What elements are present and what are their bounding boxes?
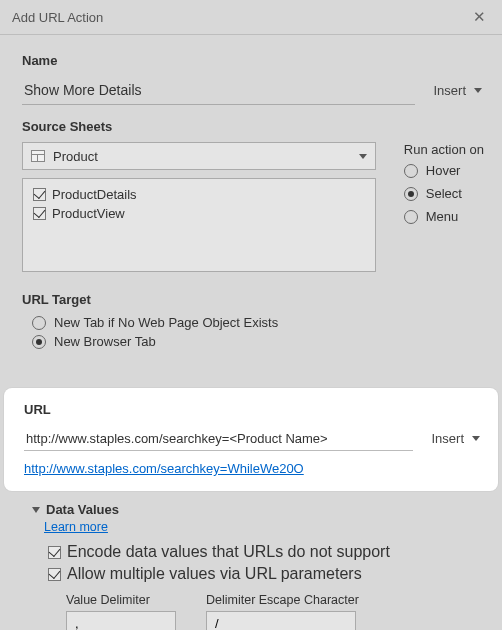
url-target-label: URL Target bbox=[22, 292, 484, 307]
checkbox-label: Allow multiple values via URL parameters bbox=[67, 565, 362, 583]
url-preview-link[interactable]: http://www.staples.com/searchkey=WhileWe… bbox=[24, 461, 304, 476]
caret-down-icon bbox=[359, 154, 367, 159]
sheet-checkbox-productview[interactable]: ProductView bbox=[33, 206, 365, 221]
insert-label: Insert bbox=[431, 431, 464, 446]
name-input[interactable] bbox=[22, 76, 415, 105]
escape-char-input[interactable] bbox=[206, 611, 356, 630]
sheet-label: ProductView bbox=[52, 206, 125, 221]
data-values-toggle[interactable]: Data Values bbox=[44, 502, 484, 517]
data-values-label: Data Values bbox=[46, 502, 119, 517]
allow-multiple-checkbox[interactable]: Allow multiple values via URL parameters bbox=[48, 565, 484, 583]
runaction-label: Run action on bbox=[404, 142, 484, 157]
sheet-checkbox-productdetails[interactable]: ProductDetails bbox=[33, 187, 365, 202]
target-new-browser-tab[interactable]: New Browser Tab bbox=[32, 334, 484, 349]
sheet-label: ProductDetails bbox=[52, 187, 137, 202]
name-label: Name bbox=[22, 53, 484, 68]
caret-down-icon bbox=[472, 436, 480, 441]
url-label: URL bbox=[24, 402, 482, 417]
value-delimiter-label: Value Delimiter bbox=[66, 593, 176, 607]
radio-label: New Tab if No Web Page Object Exists bbox=[54, 315, 278, 330]
source-dashboard-dropdown[interactable]: Product bbox=[22, 142, 376, 170]
checkbox-icon bbox=[33, 188, 46, 201]
radio-icon bbox=[404, 187, 418, 201]
dialog-title: Add URL Action bbox=[12, 10, 103, 25]
caret-down-icon bbox=[474, 88, 482, 93]
radio-icon bbox=[32, 316, 46, 330]
escape-char-label: Delimiter Escape Character bbox=[206, 593, 359, 607]
radio-icon bbox=[404, 164, 418, 178]
source-sheets-label: Source Sheets bbox=[22, 119, 484, 134]
target-newtab-if-none[interactable]: New Tab if No Web Page Object Exists bbox=[32, 315, 484, 330]
chevron-down-icon bbox=[32, 507, 40, 513]
dashboard-icon bbox=[31, 150, 45, 162]
radio-label: Select bbox=[426, 186, 462, 201]
checkbox-icon bbox=[33, 207, 46, 220]
checkbox-icon bbox=[48, 568, 61, 581]
name-insert-button[interactable]: Insert bbox=[433, 83, 484, 98]
url-input[interactable] bbox=[24, 425, 413, 451]
learn-more-link[interactable]: Learn more bbox=[44, 520, 108, 534]
radio-icon bbox=[32, 335, 46, 349]
radio-label: New Browser Tab bbox=[54, 334, 156, 349]
value-delimiter-input[interactable] bbox=[66, 611, 176, 630]
insert-label: Insert bbox=[433, 83, 466, 98]
runaction-select[interactable]: Select bbox=[404, 186, 484, 201]
url-insert-button[interactable]: Insert bbox=[431, 431, 482, 446]
runaction-menu[interactable]: Menu bbox=[404, 209, 484, 224]
radio-label: Menu bbox=[426, 209, 459, 224]
close-icon[interactable]: ✕ bbox=[469, 8, 490, 26]
checkbox-label: Encode data values that URLs do not supp… bbox=[67, 543, 390, 561]
radio-icon bbox=[404, 210, 418, 224]
runaction-hover[interactable]: Hover bbox=[404, 163, 484, 178]
encode-values-checkbox[interactable]: Encode data values that URLs do not supp… bbox=[48, 543, 484, 561]
source-dropdown-value: Product bbox=[53, 149, 98, 164]
sheet-list: ProductDetails ProductView bbox=[22, 178, 376, 272]
radio-label: Hover bbox=[426, 163, 461, 178]
checkbox-icon bbox=[48, 546, 61, 559]
